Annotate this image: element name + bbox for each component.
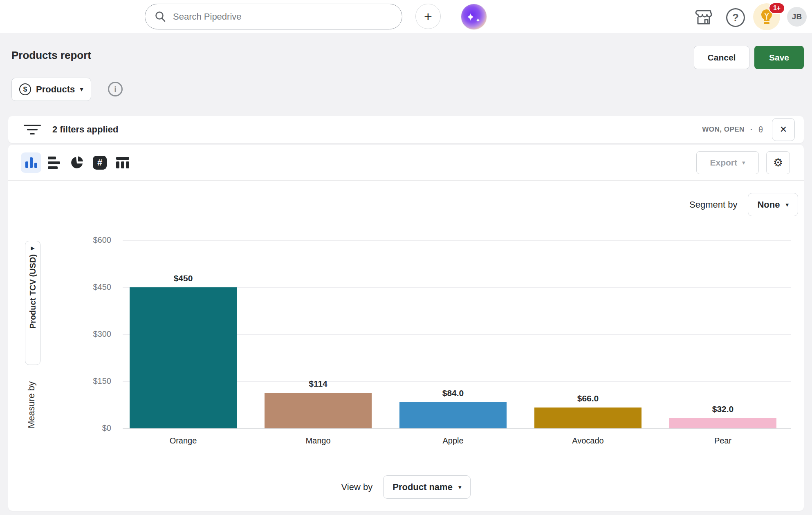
quick-add-button[interactable]: + <box>415 4 441 29</box>
info-button[interactable]: i <box>108 82 123 96</box>
play-arrow-icon: ▶ <box>31 245 34 251</box>
segment-by-label: Segment by <box>689 199 737 210</box>
topbar: + ✦ ✦ ? 1+ JB <box>0 0 812 33</box>
chevron-down-icon: ▾ <box>458 484 462 491</box>
global-search[interactable] <box>145 4 402 29</box>
suggestions-button[interactable]: 1+ <box>753 3 780 30</box>
gridline <box>123 240 791 241</box>
x-category-label: Apple <box>399 436 507 446</box>
save-button[interactable]: Save <box>754 46 804 69</box>
x-category-label: Mango <box>265 436 372 446</box>
close-icon: ✕ <box>780 124 787 135</box>
bar-value-label: $32.0 <box>669 404 776 414</box>
x-category-label: Pear <box>669 436 776 446</box>
bar-value-label: $84.0 <box>399 388 507 398</box>
x-category-label: Avocado <box>534 436 642 446</box>
avatar[interactable]: JB <box>787 7 807 27</box>
plot-area: $450$114$84.0$66.0$32.0 <box>123 240 791 428</box>
tab-number[interactable]: # <box>90 152 110 173</box>
filter-scope-label: WON, OPEN <box>702 125 745 134</box>
gear-icon: ⚙ <box>773 156 783 169</box>
entity-label: Products <box>36 84 75 95</box>
pie-chart-icon <box>70 156 84 170</box>
help-button[interactable]: ? <box>726 8 745 27</box>
y-tick-label: $0 <box>79 423 111 433</box>
filter-bar: 2 filters applied WON, OPEN · θ ✕ <box>8 116 804 143</box>
chevron-down-icon: ▾ <box>742 159 745 166</box>
ai-assistant-button[interactable]: ✦ ✦ <box>461 4 487 30</box>
separator-dot: · <box>750 125 753 134</box>
bar-chart-icon <box>48 157 60 169</box>
info-icon: i <box>114 85 117 94</box>
bar-value-label: $114 <box>265 379 372 389</box>
cancel-button[interactable]: Cancel <box>694 46 749 69</box>
chart-card: # Export ▾ ⚙ Segment by None ▾ ▶ Product… <box>8 145 804 511</box>
entity-selector-products[interactable]: $ Products ▾ <box>11 78 91 101</box>
number-icon: # <box>93 156 107 170</box>
gridline <box>123 428 791 429</box>
tab-table[interactable] <box>112 152 133 173</box>
notification-badge: 1+ <box>769 2 785 14</box>
search-input[interactable] <box>173 11 393 22</box>
filters-applied-label[interactable]: 2 filters applied <box>52 124 118 135</box>
close-filter-button[interactable]: ✕ <box>772 118 795 141</box>
bar-mango[interactable] <box>265 393 372 428</box>
search-icon <box>154 11 166 23</box>
bar-apple[interactable] <box>399 402 507 428</box>
filter-icon <box>24 125 41 135</box>
marketplace-button[interactable] <box>694 8 713 27</box>
x-category-label: Orange <box>130 436 237 446</box>
measure-by-label: Measure by <box>26 372 37 437</box>
measure-axis-label: Product TCV (USD) <box>28 254 38 329</box>
chart-toolbar: # Export ▾ ⚙ <box>8 145 804 181</box>
column-chart-icon <box>25 157 37 168</box>
view-by-label: View by <box>341 482 373 493</box>
bar-orange[interactable] <box>130 287 237 428</box>
view-by-dropdown[interactable]: Product name ▾ <box>383 475 471 499</box>
tab-bar-chart[interactable] <box>44 152 64 173</box>
y-tick-label: $450 <box>79 282 111 292</box>
segment-by-dropdown[interactable]: None ▾ <box>748 193 798 216</box>
question-mark-icon: ? <box>726 8 745 27</box>
sparkle-icon-small: ✦ <box>476 18 480 23</box>
storefront-icon <box>695 9 713 26</box>
y-tick-label: $300 <box>79 329 111 339</box>
page-title: Products report <box>11 49 91 62</box>
bar-pear[interactable] <box>669 418 776 428</box>
tab-pie-chart[interactable] <box>67 152 87 173</box>
rotting-filter-icon: θ <box>758 125 763 134</box>
measure-axis-button[interactable]: ▶ Product TCV (USD) <box>25 241 40 365</box>
tab-column-chart[interactable] <box>21 152 41 173</box>
sparkle-icon: ✦ <box>466 12 475 22</box>
settings-button[interactable]: ⚙ <box>766 151 790 174</box>
dollar-icon: $ <box>19 83 31 95</box>
y-tick-label: $150 <box>79 376 111 386</box>
bar-value-label: $66.0 <box>534 394 642 403</box>
bar-avocado[interactable] <box>534 408 642 428</box>
export-button[interactable]: Export ▾ <box>696 151 759 174</box>
table-icon <box>116 157 129 168</box>
y-tick-label: $600 <box>79 235 111 245</box>
chevron-down-icon: ▾ <box>80 85 83 94</box>
chevron-down-icon: ▾ <box>785 201 789 208</box>
bar-value-label: $450 <box>130 273 237 283</box>
chart-area: Segment by None ▾ ▶ Product TCV (USD) Me… <box>8 181 804 511</box>
